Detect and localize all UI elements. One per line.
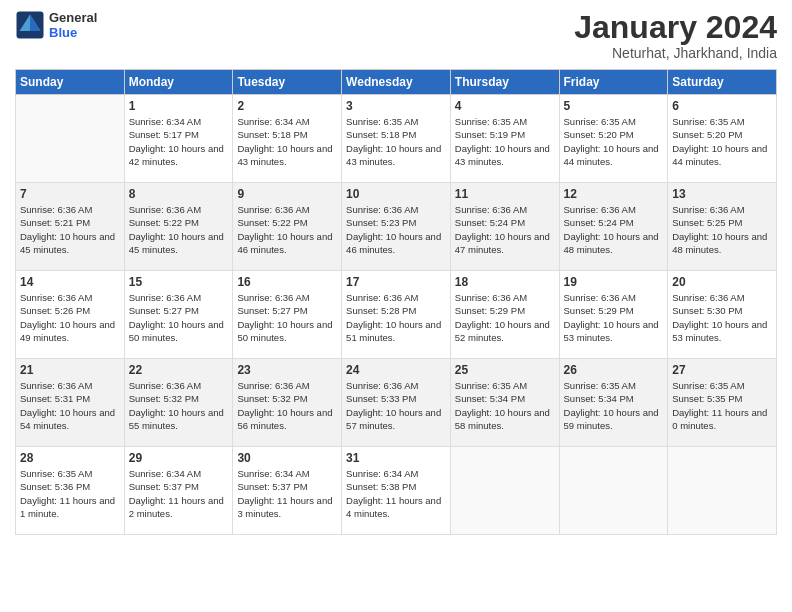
day-info: Sunrise: 6:35 AM Sunset: 5:20 PM Dayligh… bbox=[564, 115, 664, 168]
day-number: 19 bbox=[564, 275, 664, 289]
calendar-cell: 26Sunrise: 6:35 AM Sunset: 5:34 PM Dayli… bbox=[559, 359, 668, 447]
day-info: Sunrise: 6:36 AM Sunset: 5:25 PM Dayligh… bbox=[672, 203, 772, 256]
day-info: Sunrise: 6:36 AM Sunset: 5:29 PM Dayligh… bbox=[455, 291, 555, 344]
calendar-cell: 11Sunrise: 6:36 AM Sunset: 5:24 PM Dayli… bbox=[450, 183, 559, 271]
calendar-cell: 12Sunrise: 6:36 AM Sunset: 5:24 PM Dayli… bbox=[559, 183, 668, 271]
day-number: 21 bbox=[20, 363, 120, 377]
calendar-cell: 7Sunrise: 6:36 AM Sunset: 5:21 PM Daylig… bbox=[16, 183, 125, 271]
day-info: Sunrise: 6:36 AM Sunset: 5:30 PM Dayligh… bbox=[672, 291, 772, 344]
day-info: Sunrise: 6:36 AM Sunset: 5:24 PM Dayligh… bbox=[564, 203, 664, 256]
calendar-cell: 28Sunrise: 6:35 AM Sunset: 5:36 PM Dayli… bbox=[16, 447, 125, 535]
day-info: Sunrise: 6:34 AM Sunset: 5:18 PM Dayligh… bbox=[237, 115, 337, 168]
day-number: 7 bbox=[20, 187, 120, 201]
day-number: 22 bbox=[129, 363, 229, 377]
logo: General Blue bbox=[15, 10, 97, 40]
day-info: Sunrise: 6:36 AM Sunset: 5:32 PM Dayligh… bbox=[237, 379, 337, 432]
calendar-cell: 20Sunrise: 6:36 AM Sunset: 5:30 PM Dayli… bbox=[668, 271, 777, 359]
calendar-week-5: 28Sunrise: 6:35 AM Sunset: 5:36 PM Dayli… bbox=[16, 447, 777, 535]
day-number: 12 bbox=[564, 187, 664, 201]
logo-icon bbox=[15, 10, 45, 40]
day-info: Sunrise: 6:36 AM Sunset: 5:27 PM Dayligh… bbox=[237, 291, 337, 344]
day-number: 3 bbox=[346, 99, 446, 113]
calendar-table: Sunday Monday Tuesday Wednesday Thursday… bbox=[15, 69, 777, 535]
calendar-cell: 29Sunrise: 6:34 AM Sunset: 5:37 PM Dayli… bbox=[124, 447, 233, 535]
day-number: 26 bbox=[564, 363, 664, 377]
day-info: Sunrise: 6:34 AM Sunset: 5:37 PM Dayligh… bbox=[129, 467, 229, 520]
calendar-cell: 10Sunrise: 6:36 AM Sunset: 5:23 PM Dayli… bbox=[342, 183, 451, 271]
calendar-cell: 1Sunrise: 6:34 AM Sunset: 5:17 PM Daylig… bbox=[124, 95, 233, 183]
location: Neturhat, Jharkhand, India bbox=[574, 45, 777, 61]
day-info: Sunrise: 6:36 AM Sunset: 5:28 PM Dayligh… bbox=[346, 291, 446, 344]
logo-text: General Blue bbox=[49, 10, 97, 40]
calendar-week-4: 21Sunrise: 6:36 AM Sunset: 5:31 PM Dayli… bbox=[16, 359, 777, 447]
day-number: 15 bbox=[129, 275, 229, 289]
day-info: Sunrise: 6:35 AM Sunset: 5:35 PM Dayligh… bbox=[672, 379, 772, 432]
day-number: 4 bbox=[455, 99, 555, 113]
day-info: Sunrise: 6:35 AM Sunset: 5:19 PM Dayligh… bbox=[455, 115, 555, 168]
header-friday: Friday bbox=[559, 70, 668, 95]
day-info: Sunrise: 6:36 AM Sunset: 5:33 PM Dayligh… bbox=[346, 379, 446, 432]
calendar-cell: 18Sunrise: 6:36 AM Sunset: 5:29 PM Dayli… bbox=[450, 271, 559, 359]
header: General Blue January 2024 Neturhat, Jhar… bbox=[15, 10, 777, 61]
calendar-week-3: 14Sunrise: 6:36 AM Sunset: 5:26 PM Dayli… bbox=[16, 271, 777, 359]
day-info: Sunrise: 6:35 AM Sunset: 5:34 PM Dayligh… bbox=[564, 379, 664, 432]
calendar-cell: 15Sunrise: 6:36 AM Sunset: 5:27 PM Dayli… bbox=[124, 271, 233, 359]
calendar-cell: 24Sunrise: 6:36 AM Sunset: 5:33 PM Dayli… bbox=[342, 359, 451, 447]
calendar-cell: 21Sunrise: 6:36 AM Sunset: 5:31 PM Dayli… bbox=[16, 359, 125, 447]
calendar-cell: 14Sunrise: 6:36 AM Sunset: 5:26 PM Dayli… bbox=[16, 271, 125, 359]
day-number: 14 bbox=[20, 275, 120, 289]
day-number: 31 bbox=[346, 451, 446, 465]
logo-general: General bbox=[49, 10, 97, 25]
header-thursday: Thursday bbox=[450, 70, 559, 95]
calendar-cell: 23Sunrise: 6:36 AM Sunset: 5:32 PM Dayli… bbox=[233, 359, 342, 447]
day-number: 13 bbox=[672, 187, 772, 201]
day-number: 24 bbox=[346, 363, 446, 377]
calendar-cell: 9Sunrise: 6:36 AM Sunset: 5:22 PM Daylig… bbox=[233, 183, 342, 271]
day-info: Sunrise: 6:36 AM Sunset: 5:32 PM Dayligh… bbox=[129, 379, 229, 432]
calendar-cell: 30Sunrise: 6:34 AM Sunset: 5:37 PM Dayli… bbox=[233, 447, 342, 535]
calendar-cell: 27Sunrise: 6:35 AM Sunset: 5:35 PM Dayli… bbox=[668, 359, 777, 447]
calendar-cell: 19Sunrise: 6:36 AM Sunset: 5:29 PM Dayli… bbox=[559, 271, 668, 359]
day-number: 17 bbox=[346, 275, 446, 289]
calendar-cell: 6Sunrise: 6:35 AM Sunset: 5:20 PM Daylig… bbox=[668, 95, 777, 183]
calendar-week-1: 1Sunrise: 6:34 AM Sunset: 5:17 PM Daylig… bbox=[16, 95, 777, 183]
calendar-cell: 5Sunrise: 6:35 AM Sunset: 5:20 PM Daylig… bbox=[559, 95, 668, 183]
day-info: Sunrise: 6:34 AM Sunset: 5:38 PM Dayligh… bbox=[346, 467, 446, 520]
day-number: 6 bbox=[672, 99, 772, 113]
day-number: 25 bbox=[455, 363, 555, 377]
calendar-cell: 2Sunrise: 6:34 AM Sunset: 5:18 PM Daylig… bbox=[233, 95, 342, 183]
day-info: Sunrise: 6:36 AM Sunset: 5:21 PM Dayligh… bbox=[20, 203, 120, 256]
day-number: 28 bbox=[20, 451, 120, 465]
day-info: Sunrise: 6:36 AM Sunset: 5:24 PM Dayligh… bbox=[455, 203, 555, 256]
calendar-cell: 16Sunrise: 6:36 AM Sunset: 5:27 PM Dayli… bbox=[233, 271, 342, 359]
day-number: 16 bbox=[237, 275, 337, 289]
header-monday: Monday bbox=[124, 70, 233, 95]
day-info: Sunrise: 6:36 AM Sunset: 5:22 PM Dayligh… bbox=[129, 203, 229, 256]
calendar-cell: 8Sunrise: 6:36 AM Sunset: 5:22 PM Daylig… bbox=[124, 183, 233, 271]
day-number: 11 bbox=[455, 187, 555, 201]
day-number: 1 bbox=[129, 99, 229, 113]
day-info: Sunrise: 6:36 AM Sunset: 5:31 PM Dayligh… bbox=[20, 379, 120, 432]
calendar-cell bbox=[16, 95, 125, 183]
day-info: Sunrise: 6:34 AM Sunset: 5:37 PM Dayligh… bbox=[237, 467, 337, 520]
logo-blue: Blue bbox=[49, 25, 97, 40]
day-number: 2 bbox=[237, 99, 337, 113]
day-info: Sunrise: 6:35 AM Sunset: 5:36 PM Dayligh… bbox=[20, 467, 120, 520]
header-wednesday: Wednesday bbox=[342, 70, 451, 95]
calendar-cell bbox=[450, 447, 559, 535]
day-number: 30 bbox=[237, 451, 337, 465]
day-number: 9 bbox=[237, 187, 337, 201]
day-info: Sunrise: 6:36 AM Sunset: 5:26 PM Dayligh… bbox=[20, 291, 120, 344]
calendar-cell: 25Sunrise: 6:35 AM Sunset: 5:34 PM Dayli… bbox=[450, 359, 559, 447]
header-tuesday: Tuesday bbox=[233, 70, 342, 95]
day-number: 29 bbox=[129, 451, 229, 465]
day-number: 18 bbox=[455, 275, 555, 289]
calendar-cell: 17Sunrise: 6:36 AM Sunset: 5:28 PM Dayli… bbox=[342, 271, 451, 359]
calendar-cell: 3Sunrise: 6:35 AM Sunset: 5:18 PM Daylig… bbox=[342, 95, 451, 183]
title-section: January 2024 Neturhat, Jharkhand, India bbox=[574, 10, 777, 61]
month-title: January 2024 bbox=[574, 10, 777, 45]
calendar-cell: 13Sunrise: 6:36 AM Sunset: 5:25 PM Dayli… bbox=[668, 183, 777, 271]
calendar-cell: 22Sunrise: 6:36 AM Sunset: 5:32 PM Dayli… bbox=[124, 359, 233, 447]
day-info: Sunrise: 6:35 AM Sunset: 5:34 PM Dayligh… bbox=[455, 379, 555, 432]
calendar-cell: 4Sunrise: 6:35 AM Sunset: 5:19 PM Daylig… bbox=[450, 95, 559, 183]
